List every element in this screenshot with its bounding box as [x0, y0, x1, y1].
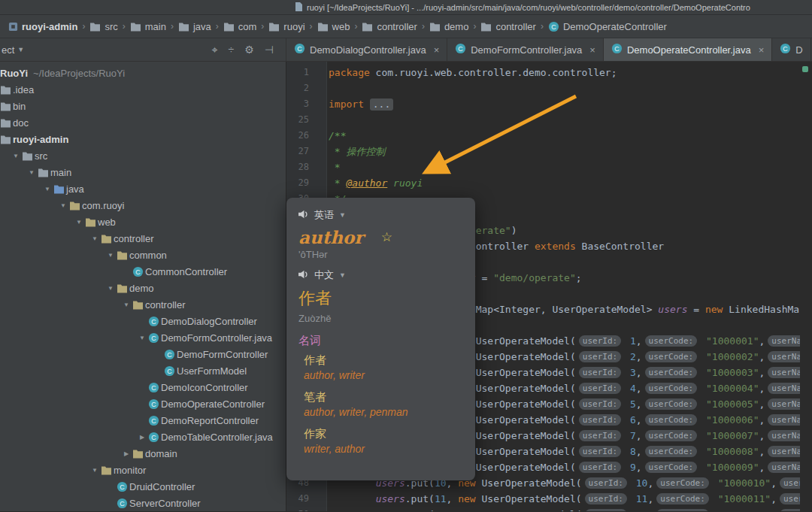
- code-token: "1000001": [700, 335, 759, 347]
- chevron-down-icon[interactable]: ▼: [136, 335, 148, 341]
- tree-item-demoreportcontroller[interactable]: CDemoReportController: [0, 412, 286, 429]
- breadcrumb-item-main[interactable]: main: [128, 20, 168, 34]
- target-language-label[interactable]: 中文: [314, 268, 334, 282]
- param-hint-chip: userCode:: [656, 509, 709, 511]
- code-token: ,: [636, 414, 642, 426]
- inspection-indicator[interactable]: [802, 66, 808, 72]
- code-token: [364, 98, 370, 110]
- line-number[interactable]: 2: [286, 80, 309, 96]
- line-number[interactable]: 3: [286, 96, 309, 112]
- line-number[interactable]: 49: [286, 491, 309, 507]
- code-token: @author: [346, 177, 387, 189]
- source-language-row[interactable]: 英语 ▼: [298, 208, 463, 222]
- close-icon[interactable]: ×: [589, 44, 595, 56]
- breadcrumb-item-ruoyi-admin[interactable]: ruoyi-admin: [6, 20, 80, 34]
- breadcrumb-item-src[interactable]: src: [87, 20, 120, 34]
- tree-item-web[interactable]: ▼web: [0, 214, 286, 230]
- close-icon[interactable]: ×: [759, 44, 765, 56]
- param-hint-chip: userCode:: [656, 477, 709, 489]
- tree-item-com-ruoyi[interactable]: ▼com.ruoyi: [0, 197, 286, 214]
- line-number[interactable]: 25: [286, 112, 309, 128]
- breadcrumb-item-controller[interactable]: controller: [359, 20, 419, 34]
- tree-item-userformmodel[interactable]: CUserFormModel: [0, 362, 286, 379]
- tree-item-servercontroller[interactable]: CServerController: [0, 495, 286, 511]
- code-token: 4: [624, 383, 636, 394]
- tree-item-monitor[interactable]: ▼monitor: [0, 462, 286, 478]
- class-icon: C: [780, 43, 791, 56]
- tree-item-demoformcontroller-java[interactable]: ▼CDemoFormController.java: [0, 329, 286, 346]
- line-number[interactable]: 27: [286, 144, 309, 159]
- tab-label: DemoFormController.java: [471, 44, 582, 56]
- line-number[interactable]: 1: [286, 65, 309, 80]
- locate-icon[interactable]: ⌖: [212, 44, 218, 56]
- code-token: Map<Integer, UserOperateModel>: [470, 304, 658, 315]
- folder-icon: [0, 101, 13, 111]
- chevron-down-icon[interactable]: ▼: [89, 467, 101, 474]
- code-token: UserOperateModel(: [470, 430, 576, 441]
- breadcrumb-item-demooperatecontroller[interactable]: CDemoOperateController: [546, 20, 669, 34]
- tree-item-java[interactable]: ▼java: [0, 180, 286, 197]
- tree-item-ruoyi-admin[interactable]: ruoyi-admin: [0, 131, 286, 147]
- gear-icon[interactable]: ⚙: [244, 44, 254, 56]
- tree-item-idea[interactable]: .idea: [0, 81, 286, 98]
- chevron-down-icon[interactable]: ▼: [120, 301, 132, 308]
- tree-item-demo[interactable]: ▼demo: [0, 280, 286, 296]
- tab-demooperatecontroller-java[interactable]: CDemoOperateController.java×: [604, 38, 772, 61]
- tree-item-demooperatecontroller[interactable]: CDemoOperateController: [0, 395, 286, 412]
- close-icon[interactable]: ×: [434, 44, 440, 56]
- chevron-down-icon[interactable]: ▼: [89, 235, 101, 242]
- chevron-down-icon[interactable]: ▼: [26, 169, 38, 176]
- breadcrumb-item-demo[interactable]: demo: [427, 20, 471, 34]
- dictionary-entry: 笔者author, writer, penman: [298, 389, 463, 420]
- tree-item-demoiconcontroller[interactable]: CDemoIconController: [0, 379, 286, 395]
- chevron-right-icon[interactable]: ▶: [136, 434, 148, 441]
- speaker-icon[interactable]: [298, 270, 309, 281]
- code-text: * @author ruoyi: [309, 175, 423, 191]
- tree-item-src[interactable]: ▼src: [0, 147, 286, 164]
- class-icon: C: [148, 415, 161, 426]
- chevron-down-icon[interactable]: ▼: [57, 202, 69, 209]
- tab-demoformcontroller-java[interactable]: CDemoFormController.java×: [447, 38, 604, 61]
- breadcrumb-item-web[interactable]: web: [315, 20, 353, 34]
- scrollbar-stripe[interactable]: [800, 62, 812, 511]
- source-language-label[interactable]: 英语: [314, 208, 334, 222]
- tree-item-demoformcontroller[interactable]: CDemoFormController: [0, 346, 286, 362]
- chevron-right-icon[interactable]: ▶: [120, 450, 132, 457]
- chevron-down-icon[interactable]: ▼: [105, 252, 117, 259]
- breadcrumb-item-com[interactable]: com: [221, 20, 259, 34]
- tree-item-doc[interactable]: doc: [0, 114, 286, 131]
- tree-item-controller[interactable]: ▼controller: [0, 230, 286, 247]
- chevron-down-icon[interactable]: ▼: [73, 219, 85, 226]
- code-token: [329, 493, 376, 504]
- tree-item-common[interactable]: ▼common: [0, 247, 286, 263]
- code-token: ,: [636, 351, 642, 362]
- line-number[interactable]: 26: [286, 128, 309, 144]
- tree-item-demotablecontroller-java[interactable]: ▶CDemoTableController.java: [0, 429, 286, 445]
- tree-item-main[interactable]: ▼main: [0, 164, 286, 180]
- tree-item-controller[interactable]: ▼controller: [0, 296, 286, 313]
- chevron-down-icon[interactable]: ▼: [41, 186, 53, 192]
- tree-item-ruoyi[interactable]: RuoYi~/IdeaProjects/RuoYi: [0, 65, 286, 81]
- tree-item-druidcontroller[interactable]: CDruidController: [0, 478, 286, 495]
- tree-item-domain[interactable]: ▶domain: [0, 445, 286, 462]
- breadcrumb-item-ruoyi[interactable]: ruoyi: [266, 20, 307, 34]
- chevron-down-icon[interactable]: ▼: [10, 153, 22, 159]
- line-number[interactable]: 28: [286, 159, 309, 175]
- favorite-star-icon[interactable]: ☆: [381, 229, 392, 245]
- code-token: users: [376, 509, 405, 511]
- tree-item-demodialogcontroller[interactable]: CDemoDialogController: [0, 313, 286, 329]
- collapse-all-icon[interactable]: ÷: [229, 44, 235, 56]
- tab-d[interactable]: CD: [772, 38, 810, 61]
- line-number[interactable]: 50: [286, 507, 309, 511]
- target-language-row[interactable]: 中文 ▼: [298, 268, 463, 282]
- breadcrumb-item-controller[interactable]: controller: [478, 20, 538, 34]
- tab-demodialogcontroller-java[interactable]: CDemoDialogController.java×: [286, 38, 447, 61]
- hide-panel-icon[interactable]: ⊣: [265, 44, 274, 56]
- project-panel-title[interactable]: ect: [2, 44, 14, 56]
- tree-item-commoncontroller[interactable]: CCommonController: [0, 263, 286, 280]
- speaker-icon[interactable]: [298, 210, 309, 221]
- tree-item-bin[interactable]: bin: [0, 98, 286, 114]
- line-number[interactable]: 29: [286, 175, 309, 191]
- breadcrumb-item-java[interactable]: java: [176, 20, 214, 34]
- chevron-down-icon[interactable]: ▼: [105, 285, 117, 292]
